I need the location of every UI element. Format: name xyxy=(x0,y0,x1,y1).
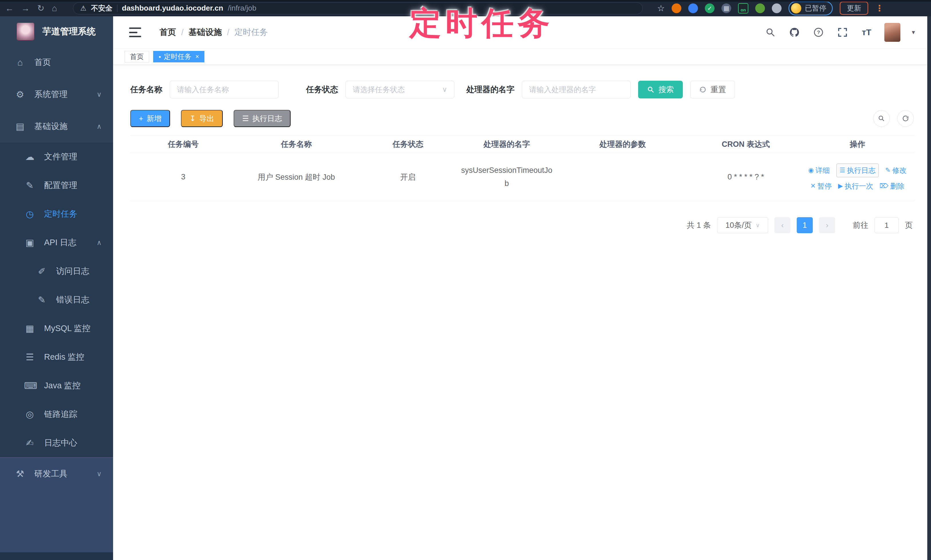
help-icon[interactable]: ? xyxy=(812,26,825,38)
search-icon[interactable] xyxy=(764,26,777,38)
browser-back-button[interactable]: ← xyxy=(5,4,14,12)
col-job-name: 任务名称 xyxy=(236,135,356,153)
sidebar-item-label: MySQL 监控 xyxy=(44,323,113,334)
breadcrumb-home[interactable]: 首页 xyxy=(159,27,176,38)
table-toolbar: + 新增 ↧ 导出 ☰ 执行日志 xyxy=(130,110,914,127)
browser-menu-icon[interactable]: ⋮ xyxy=(875,3,884,13)
breadcrumb-separator: / xyxy=(227,28,229,37)
sidebar-item-system-management[interactable]: ⚙ 系统管理 ∨ xyxy=(0,78,113,111)
sidebar-item-file-management[interactable]: ☁ 文件管理 xyxy=(0,143,113,171)
chevron-up-icon: ∧ xyxy=(97,123,102,131)
page-number-1[interactable]: 1 xyxy=(797,217,813,233)
browser-home-button[interactable]: ⌂ xyxy=(52,4,57,12)
sidebar-item-infrastructure[interactable]: ▤ 基础设施 ∧ xyxy=(0,111,113,143)
clock-icon: ◷ xyxy=(24,209,35,220)
sidebar-item-access-log[interactable]: ✐ 访问日志 xyxy=(0,257,113,286)
table-header-row: 任务编号 任务名称 任务状态 处理器的名字 处理器的参数 CRON 表达式 操作 xyxy=(130,135,915,153)
job-name-input[interactable] xyxy=(170,81,279,98)
sidebar-item-label: 配置管理 xyxy=(44,180,113,191)
handler-name-label: 处理器的名字 xyxy=(466,84,515,95)
extension-on-badge-icon[interactable]: on xyxy=(738,3,748,14)
sidebar-item-devtools[interactable]: ⚒ 研发工具 ∨ xyxy=(0,458,113,490)
close-icon[interactable]: × xyxy=(195,53,199,60)
action-detail-link[interactable]: ◉ 详细 xyxy=(808,166,830,175)
breadcrumb-current: 定时任务 xyxy=(234,27,268,38)
cell-job-name: 用户 Session 超时 Job xyxy=(236,153,356,201)
edit-icon: ✎ xyxy=(24,180,35,191)
extension-orange-icon[interactable] xyxy=(672,3,681,13)
sidebar-item-trace[interactable]: ◎ 链路追踪 xyxy=(0,400,113,429)
extensions-puzzle-icon[interactable] xyxy=(772,3,781,13)
github-icon[interactable] xyxy=(788,26,801,38)
job-name-label: 任务名称 xyxy=(130,84,162,95)
tag-label: 定时任务 xyxy=(164,52,191,61)
cell-handler-name: sysUserSessionTimeoutJob xyxy=(459,153,554,201)
sidebar-item-redis-monitor[interactable]: ☰ Redis 监控 xyxy=(0,343,113,371)
job-log-button[interactable]: ☰ 执行日志 xyxy=(234,110,291,127)
action-job-log-link[interactable]: ☰ 执行日志 xyxy=(836,163,879,177)
tag-home[interactable]: 首页 xyxy=(125,51,149,62)
page-size-select[interactable]: 10条/页 ∨ xyxy=(717,217,768,233)
redis-icon: ☰ xyxy=(24,352,35,363)
action-delete-link[interactable]: ⌦ 删除 xyxy=(880,182,904,191)
search-button[interactable]: 搜索 xyxy=(638,81,683,98)
cell-actions: ◉ 详细 ☰ 执行日志 ✎ 修改 xyxy=(800,153,915,201)
jobs-table: 任务编号 任务名称 任务状态 处理器的名字 处理器的参数 CRON 表达式 操作… xyxy=(130,135,915,201)
action-pause-link[interactable]: ✕ 暂停 xyxy=(811,182,832,191)
extension-plant-icon[interactable] xyxy=(755,3,765,13)
page-scrollbar[interactable] xyxy=(927,16,931,560)
browser-update-button[interactable]: 更新 xyxy=(840,2,868,15)
sidebar-item-config-management[interactable]: ✎ 配置管理 xyxy=(0,171,113,200)
extension-green-check-icon[interactable]: ✓ xyxy=(705,3,715,13)
user-avatar[interactable] xyxy=(884,23,900,42)
add-button[interactable]: + 新增 xyxy=(130,110,170,127)
sidebar-item-mysql-monitor[interactable]: ▦ MySQL 监控 xyxy=(0,314,113,343)
paused-label: 已暂停 xyxy=(805,3,826,13)
browser-reload-button[interactable]: ↻ xyxy=(37,4,45,12)
bookmark-star-icon[interactable]: ☆ xyxy=(657,3,665,13)
refresh-button[interactable] xyxy=(897,110,914,127)
prev-page-button[interactable]: ‹ xyxy=(774,217,791,233)
add-button-label: 新增 xyxy=(146,114,162,124)
action-run-once-link[interactable]: ▶ 执行一次 xyxy=(838,182,873,191)
java-monitor-icon: ⌨ xyxy=(24,380,35,391)
export-button[interactable]: ↧ 导出 xyxy=(181,110,223,127)
job-status-select[interactable]: 请选择任务状态 ∨ xyxy=(345,81,454,98)
extensions-row: ☆ ✓ ▦ on 已暂停 更新 ⋮ xyxy=(657,1,884,15)
reset-button[interactable]: 重置 xyxy=(690,81,735,98)
tag-scheduled-jobs[interactable]: ● 定时任务 × xyxy=(153,51,204,62)
user-caret-down-icon[interactable]: ▾ xyxy=(912,29,915,36)
omnibox-divider xyxy=(117,5,117,12)
goto-page-input[interactable] xyxy=(875,217,899,233)
chevron-down-icon: ∨ xyxy=(755,222,760,229)
sidebar-item-api-log[interactable]: ▣ API 日志 ∧ xyxy=(0,228,113,257)
error-log-icon: ✎ xyxy=(36,294,48,305)
sidebar-item-home[interactable]: ⌂ 首页 xyxy=(0,46,113,78)
extension-blue-icon[interactable] xyxy=(688,3,698,13)
gear-icon: ⚙ xyxy=(14,89,26,100)
sidebar-item-java-monitor[interactable]: ⌨ Java 监控 xyxy=(0,371,113,400)
sidebar-item-log-center[interactable]: ✍ 日志中心 xyxy=(0,429,113,457)
app-logo-row[interactable]: 芋道管理系统 xyxy=(0,16,113,46)
handler-name-input[interactable] xyxy=(522,81,631,98)
next-page-button[interactable]: › xyxy=(819,217,835,233)
toggle-search-button[interactable] xyxy=(873,110,890,127)
url-domain: dashboard.yudao.iocoder.cn xyxy=(122,4,223,12)
sidebar-item-error-log[interactable]: ✎ 错误日志 xyxy=(0,286,113,314)
profile-paused-pill[interactable]: 已暂停 xyxy=(788,1,833,15)
trash-icon: ⌦ xyxy=(880,182,888,190)
fullscreen-icon[interactable] xyxy=(836,26,849,38)
browser-forward-button[interactable]: → xyxy=(21,4,30,12)
job-status-placeholder: 请选择任务状态 xyxy=(353,85,405,95)
sidebar-item-scheduled-jobs[interactable]: ◷ 定时任务 xyxy=(0,200,113,228)
cell-handler-param xyxy=(554,153,691,201)
collapse-sidebar-icon[interactable] xyxy=(129,28,141,37)
action-edit-link[interactable]: ✎ 修改 xyxy=(885,166,906,175)
security-warning-icon: ⚠ xyxy=(80,4,86,12)
font-size-icon[interactable]: тT xyxy=(860,26,873,38)
col-handler-param: 处理器的参数 xyxy=(554,135,691,153)
extension-grid-icon[interactable]: ▦ xyxy=(721,3,731,13)
breadcrumb-infrastructure[interactable]: 基础设施 xyxy=(189,27,222,38)
address-bar[interactable]: ⚠ 不安全 dashboard.yudao.iocoder.cn /infra/… xyxy=(73,2,643,14)
chevron-down-icon: ∨ xyxy=(442,86,447,94)
